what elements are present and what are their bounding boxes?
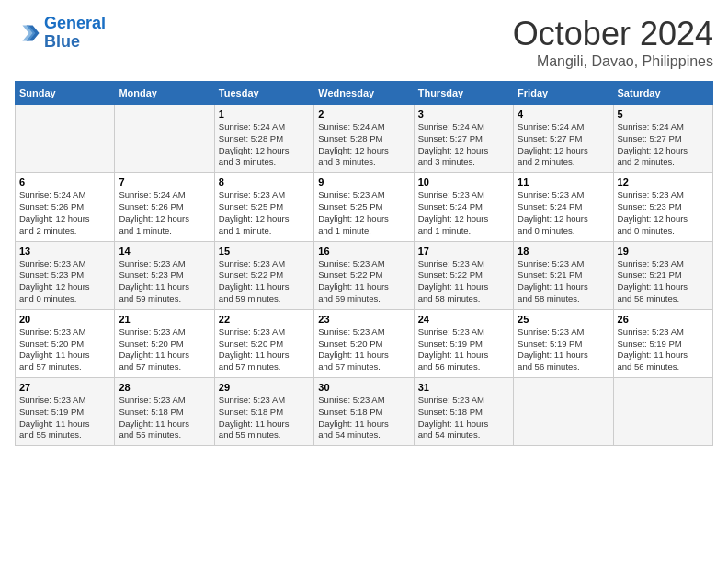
- day-number: 11: [518, 177, 609, 188]
- day-info: Sunrise: 5:23 AM Sunset: 5:21 PM Dayligh…: [618, 259, 709, 305]
- calendar-week-row: 6Sunrise: 5:24 AM Sunset: 5:26 PM Daylig…: [16, 173, 713, 241]
- calendar-cell: 15Sunrise: 5:23 AM Sunset: 5:22 PM Dayli…: [214, 241, 313, 309]
- day-number: 26: [618, 314, 709, 325]
- logo: General Blue: [15, 15, 106, 52]
- calendar-cell: 31Sunrise: 5:23 AM Sunset: 5:18 PM Dayli…: [414, 378, 513, 446]
- calendar-cell: 26Sunrise: 5:23 AM Sunset: 5:19 PM Dayli…: [613, 309, 712, 377]
- day-number: 14: [119, 246, 210, 257]
- day-number: 4: [518, 109, 609, 120]
- day-info: Sunrise: 5:23 AM Sunset: 5:19 PM Dayligh…: [19, 395, 110, 442]
- day-number: 2: [318, 109, 409, 120]
- weekday-header-tuesday: Tuesday: [214, 82, 313, 105]
- calendar-cell: 9Sunrise: 5:23 AM Sunset: 5:25 PM Daylig…: [314, 173, 414, 241]
- weekday-header-friday: Friday: [514, 82, 613, 105]
- day-info: Sunrise: 5:23 AM Sunset: 5:19 PM Dayligh…: [518, 327, 609, 373]
- calendar-cell: 6Sunrise: 5:24 AM Sunset: 5:26 PM Daylig…: [16, 173, 115, 241]
- day-number: 12: [618, 177, 709, 188]
- calendar-cell: 1Sunrise: 5:24 AM Sunset: 5:28 PM Daylig…: [214, 105, 313, 173]
- calendar-cell: 3Sunrise: 5:24 AM Sunset: 5:27 PM Daylig…: [414, 105, 513, 173]
- day-number: 23: [318, 314, 409, 325]
- calendar-cell: 12Sunrise: 5:23 AM Sunset: 5:23 PM Dayli…: [613, 173, 712, 241]
- day-info: Sunrise: 5:23 AM Sunset: 5:23 PM Dayligh…: [19, 259, 110, 305]
- day-info: Sunrise: 5:23 AM Sunset: 5:22 PM Dayligh…: [219, 259, 310, 305]
- day-number: 30: [318, 382, 409, 393]
- day-number: 15: [219, 246, 310, 257]
- day-number: 19: [618, 246, 709, 257]
- day-info: Sunrise: 5:23 AM Sunset: 5:18 PM Dayligh…: [219, 395, 310, 442]
- logo-general: General: [44, 14, 106, 32]
- calendar-cell: 25Sunrise: 5:23 AM Sunset: 5:19 PM Dayli…: [514, 309, 613, 377]
- day-info: Sunrise: 5:23 AM Sunset: 5:20 PM Dayligh…: [119, 327, 210, 373]
- logo-icon: [15, 20, 40, 46]
- calendar-cell: 29Sunrise: 5:23 AM Sunset: 5:18 PM Dayli…: [214, 378, 313, 446]
- calendar-cell: 11Sunrise: 5:23 AM Sunset: 5:24 PM Dayli…: [514, 173, 613, 241]
- weekday-header-row: SundayMondayTuesdayWednesdayThursdayFrid…: [16, 82, 713, 105]
- calendar-cell: 30Sunrise: 5:23 AM Sunset: 5:18 PM Dayli…: [314, 378, 414, 446]
- day-info: Sunrise: 5:24 AM Sunset: 5:27 PM Dayligh…: [518, 121, 609, 168]
- day-info: Sunrise: 5:23 AM Sunset: 5:19 PM Dayligh…: [418, 327, 509, 373]
- calendar-cell: 20Sunrise: 5:23 AM Sunset: 5:20 PM Dayli…: [16, 309, 115, 377]
- day-number: 7: [119, 177, 210, 188]
- day-number: 21: [119, 314, 210, 325]
- day-info: Sunrise: 5:23 AM Sunset: 5:23 PM Dayligh…: [618, 190, 709, 236]
- calendar-cell: [115, 105, 214, 173]
- title-area: October 2024 Mangili, Davao, Philippines: [513, 15, 713, 70]
- calendar-cell: 16Sunrise: 5:23 AM Sunset: 5:22 PM Dayli…: [314, 241, 414, 309]
- day-info: Sunrise: 5:24 AM Sunset: 5:26 PM Dayligh…: [19, 190, 110, 236]
- weekday-header-thursday: Thursday: [414, 82, 513, 105]
- day-info: Sunrise: 5:24 AM Sunset: 5:28 PM Dayligh…: [219, 121, 310, 168]
- calendar-cell: 5Sunrise: 5:24 AM Sunset: 5:27 PM Daylig…: [613, 105, 712, 173]
- calendar-cell: 18Sunrise: 5:23 AM Sunset: 5:21 PM Dayli…: [514, 241, 613, 309]
- month-title: October 2024: [513, 15, 713, 53]
- calendar-cell: 21Sunrise: 5:23 AM Sunset: 5:20 PM Dayli…: [115, 309, 214, 377]
- calendar-cell: 22Sunrise: 5:23 AM Sunset: 5:20 PM Dayli…: [214, 309, 313, 377]
- weekday-header-wednesday: Wednesday: [314, 82, 414, 105]
- calendar-cell: 10Sunrise: 5:23 AM Sunset: 5:24 PM Dayli…: [414, 173, 513, 241]
- day-number: 8: [219, 177, 310, 188]
- weekday-header-sunday: Sunday: [16, 82, 115, 105]
- location-title: Mangili, Davao, Philippines: [513, 53, 713, 70]
- day-info: Sunrise: 5:23 AM Sunset: 5:20 PM Dayligh…: [318, 327, 409, 373]
- calendar-cell: 23Sunrise: 5:23 AM Sunset: 5:20 PM Dayli…: [314, 309, 414, 377]
- calendar-cell: 8Sunrise: 5:23 AM Sunset: 5:25 PM Daylig…: [214, 173, 313, 241]
- day-number: 20: [19, 314, 110, 325]
- day-info: Sunrise: 5:23 AM Sunset: 5:24 PM Dayligh…: [518, 190, 609, 236]
- day-info: Sunrise: 5:23 AM Sunset: 5:22 PM Dayligh…: [318, 259, 409, 305]
- calendar-cell: 27Sunrise: 5:23 AM Sunset: 5:19 PM Dayli…: [16, 378, 115, 446]
- day-number: 13: [19, 246, 110, 257]
- day-number: 22: [219, 314, 310, 325]
- calendar-cell: [16, 105, 115, 173]
- day-info: Sunrise: 5:23 AM Sunset: 5:18 PM Dayligh…: [318, 395, 409, 442]
- day-number: 25: [518, 314, 609, 325]
- day-info: Sunrise: 5:23 AM Sunset: 5:24 PM Dayligh…: [418, 190, 509, 236]
- day-info: Sunrise: 5:24 AM Sunset: 5:27 PM Dayligh…: [618, 121, 709, 168]
- day-number: 5: [618, 109, 709, 120]
- day-number: 31: [418, 382, 509, 393]
- day-info: Sunrise: 5:23 AM Sunset: 5:21 PM Dayligh…: [518, 259, 609, 305]
- day-number: 18: [518, 246, 609, 257]
- day-info: Sunrise: 5:23 AM Sunset: 5:18 PM Dayligh…: [418, 395, 509, 442]
- calendar-cell: [514, 378, 613, 446]
- weekday-header-saturday: Saturday: [613, 82, 712, 105]
- calendar-cell: 28Sunrise: 5:23 AM Sunset: 5:18 PM Dayli…: [115, 378, 214, 446]
- day-info: Sunrise: 5:23 AM Sunset: 5:22 PM Dayligh…: [418, 259, 509, 305]
- day-number: 29: [219, 382, 310, 393]
- calendar-week-row: 27Sunrise: 5:23 AM Sunset: 5:19 PM Dayli…: [16, 378, 713, 446]
- logo-blue: Blue: [44, 32, 80, 51]
- calendar-cell: 19Sunrise: 5:23 AM Sunset: 5:21 PM Dayli…: [613, 241, 712, 309]
- calendar-cell: [613, 378, 712, 446]
- weekday-header-monday: Monday: [115, 82, 214, 105]
- calendar-cell: 13Sunrise: 5:23 AM Sunset: 5:23 PM Dayli…: [16, 241, 115, 309]
- day-number: 9: [318, 177, 409, 188]
- day-info: Sunrise: 5:24 AM Sunset: 5:26 PM Dayligh…: [119, 190, 210, 236]
- day-info: Sunrise: 5:23 AM Sunset: 5:25 PM Dayligh…: [318, 190, 409, 236]
- calendar-cell: 17Sunrise: 5:23 AM Sunset: 5:22 PM Dayli…: [414, 241, 513, 309]
- calendar-week-row: 1Sunrise: 5:24 AM Sunset: 5:28 PM Daylig…: [16, 105, 713, 173]
- calendar-cell: 7Sunrise: 5:24 AM Sunset: 5:26 PM Daylig…: [115, 173, 214, 241]
- day-info: Sunrise: 5:23 AM Sunset: 5:20 PM Dayligh…: [19, 327, 110, 373]
- day-number: 16: [318, 246, 409, 257]
- day-number: 28: [119, 382, 210, 393]
- day-number: 6: [19, 177, 110, 188]
- day-number: 3: [418, 109, 509, 120]
- calendar-cell: 24Sunrise: 5:23 AM Sunset: 5:19 PM Dayli…: [414, 309, 513, 377]
